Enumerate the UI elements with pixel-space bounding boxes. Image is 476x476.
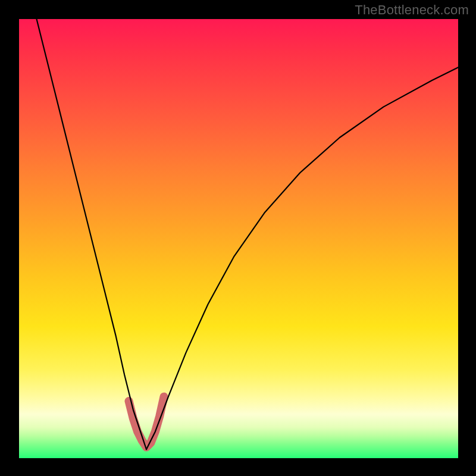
curves-svg (19, 19, 458, 458)
chart-frame: TheBottleneck.com (0, 0, 476, 476)
right-curve (146, 67, 458, 449)
left-curve (37, 19, 147, 449)
plot-area (19, 19, 458, 458)
watermark-text: TheBottleneck.com (355, 2, 469, 18)
